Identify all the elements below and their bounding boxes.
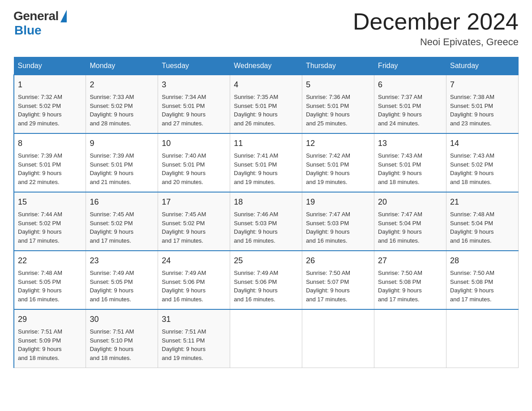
- sunset-info: Sunset: 5:05 PM: [90, 278, 133, 285]
- day-number: 22: [18, 255, 82, 267]
- day-number: 20: [378, 196, 442, 208]
- calendar-cell: 14 Sunrise: 7:43 AM Sunset: 5:02 PM Dayl…: [446, 133, 519, 192]
- daylight-continuation: and 18 minutes.: [378, 179, 420, 185]
- calendar-cell: 17 Sunrise: 7:45 AM Sunset: 5:02 PM Dayl…: [158, 192, 230, 251]
- calendar-cell: 24 Sunrise: 7:49 AM Sunset: 5:06 PM Dayl…: [158, 251, 230, 309]
- daylight-continuation: and 16 minutes.: [306, 237, 348, 244]
- sunset-info: Sunset: 5:02 PM: [162, 220, 205, 227]
- sunrise-info: Sunrise: 7:47 AM: [306, 211, 350, 218]
- day-number: 16: [90, 196, 154, 208]
- sunrise-info: Sunrise: 7:33 AM: [90, 94, 134, 100]
- sunset-info: Sunset: 5:02 PM: [90, 220, 133, 227]
- daylight-info: Daylight: 9 hours: [306, 287, 350, 294]
- sunset-info: Sunset: 5:01 PM: [450, 103, 493, 109]
- sunset-info: Sunset: 5:02 PM: [90, 103, 133, 109]
- daylight-continuation: and 16 minutes.: [18, 296, 60, 303]
- daylight-continuation: and 18 minutes.: [18, 355, 60, 361]
- day-number: 27: [378, 255, 442, 267]
- calendar-cell: 26 Sunrise: 7:50 AM Sunset: 5:07 PM Dayl…: [302, 251, 374, 309]
- logo: General Blue: [13, 9, 67, 38]
- sunrise-info: Sunrise: 7:39 AM: [90, 152, 134, 159]
- sunrise-info: Sunrise: 7:38 AM: [450, 94, 494, 100]
- daylight-info: Daylight: 9 hours: [90, 228, 133, 235]
- day-number: 14: [450, 137, 515, 150]
- weekday-header-monday: Monday: [86, 57, 158, 75]
- daylight-info: Daylight: 9 hours: [306, 228, 350, 235]
- calendar-table: SundayMondayTuesdayWednesdayThursdayFrid…: [13, 57, 519, 368]
- day-number: 5: [306, 79, 370, 91]
- calendar-cell: 7 Sunrise: 7:38 AM Sunset: 5:01 PM Dayli…: [446, 75, 519, 133]
- daylight-continuation: and 17 minutes.: [162, 237, 203, 244]
- calendar-cell: 4 Sunrise: 7:35 AM Sunset: 5:01 PM Dayli…: [230, 75, 302, 133]
- daylight-continuation: and 22 minutes.: [18, 179, 60, 185]
- daylight-continuation: and 25 minutes.: [306, 120, 348, 127]
- sunset-info: Sunset: 5:09 PM: [18, 337, 61, 344]
- daylight-info: Daylight: 9 hours: [162, 346, 206, 352]
- sunrise-info: Sunrise: 7:49 AM: [234, 270, 278, 276]
- daylight-info: Daylight: 9 hours: [450, 228, 494, 235]
- sunrise-info: Sunrise: 7:43 AM: [378, 152, 422, 159]
- weekday-header-saturday: Saturday: [446, 57, 519, 75]
- daylight-info: Daylight: 9 hours: [234, 111, 278, 118]
- day-number: 12: [306, 137, 370, 150]
- daylight-continuation: and 16 minutes.: [378, 237, 420, 244]
- daylight-continuation: and 23 minutes.: [450, 120, 492, 127]
- calendar-cell: 27 Sunrise: 7:50 AM Sunset: 5:08 PM Dayl…: [374, 251, 446, 309]
- weekday-header-tuesday: Tuesday: [158, 57, 230, 75]
- daylight-continuation: and 19 minutes.: [162, 355, 203, 361]
- sunrise-info: Sunrise: 7:36 AM: [306, 94, 350, 100]
- calendar-cell: 12 Sunrise: 7:42 AM Sunset: 5:01 PM Dayl…: [302, 133, 374, 192]
- sunrise-info: Sunrise: 7:48 AM: [450, 211, 494, 218]
- daylight-info: Daylight: 9 hours: [18, 170, 62, 176]
- sunset-info: Sunset: 5:01 PM: [234, 103, 277, 109]
- calendar-cell: 23 Sunrise: 7:49 AM Sunset: 5:05 PM Dayl…: [86, 251, 158, 309]
- day-number: 19: [306, 196, 370, 208]
- day-number: 13: [378, 137, 442, 150]
- calendar-cell: 19 Sunrise: 7:47 AM Sunset: 5:03 PM Dayl…: [302, 192, 374, 251]
- sunset-info: Sunset: 5:08 PM: [378, 278, 421, 285]
- title-area: December 2024 Neoi Epivates, Greece: [353, 9, 519, 48]
- sunset-info: Sunset: 5:04 PM: [378, 220, 421, 227]
- logo-general-text: General: [13, 9, 59, 23]
- sunset-info: Sunset: 5:11 PM: [162, 337, 205, 344]
- day-number: 24: [162, 255, 226, 267]
- sunset-info: Sunset: 5:02 PM: [450, 161, 493, 168]
- sunset-info: Sunset: 5:03 PM: [306, 220, 349, 227]
- calendar-week-row: 29 Sunrise: 7:51 AM Sunset: 5:09 PM Dayl…: [14, 309, 519, 368]
- sunset-info: Sunset: 5:01 PM: [306, 103, 349, 109]
- sunrise-info: Sunrise: 7:50 AM: [450, 270, 494, 276]
- calendar-cell: 15 Sunrise: 7:44 AM Sunset: 5:02 PM Dayl…: [14, 192, 86, 251]
- daylight-info: Daylight: 9 hours: [90, 287, 133, 294]
- calendar-cell: 8 Sunrise: 7:39 AM Sunset: 5:01 PM Dayli…: [14, 133, 86, 192]
- daylight-continuation: and 16 minutes.: [450, 237, 492, 244]
- daylight-continuation: and 17 minutes.: [90, 237, 131, 244]
- daylight-continuation: and 26 minutes.: [234, 120, 275, 127]
- daylight-info: Daylight: 9 hours: [450, 170, 494, 176]
- sunrise-info: Sunrise: 7:41 AM: [234, 152, 278, 159]
- page-header: General Blue December 2024 Neoi Epivates…: [13, 9, 519, 48]
- daylight-continuation: and 24 minutes.: [378, 120, 420, 127]
- sunrise-info: Sunrise: 7:50 AM: [378, 270, 422, 276]
- sunset-info: Sunset: 5:05 PM: [18, 278, 61, 285]
- sunset-info: Sunset: 5:04 PM: [450, 220, 493, 227]
- day-number: 29: [18, 313, 82, 325]
- day-number: 31: [162, 313, 226, 325]
- calendar-week-row: 8 Sunrise: 7:39 AM Sunset: 5:01 PM Dayli…: [14, 133, 519, 192]
- daylight-continuation: and 20 minutes.: [162, 179, 203, 185]
- sunrise-info: Sunrise: 7:35 AM: [234, 94, 278, 100]
- day-number: 17: [162, 196, 226, 208]
- sunrise-info: Sunrise: 7:44 AM: [18, 211, 62, 218]
- day-number: 11: [234, 137, 298, 150]
- daylight-continuation: and 17 minutes.: [378, 296, 420, 303]
- day-number: 6: [378, 79, 442, 91]
- sunset-info: Sunset: 5:03 PM: [234, 220, 277, 227]
- calendar-cell: 3 Sunrise: 7:34 AM Sunset: 5:01 PM Dayli…: [158, 75, 230, 133]
- daylight-info: Daylight: 9 hours: [162, 111, 206, 118]
- daylight-continuation: and 29 minutes.: [18, 120, 60, 127]
- calendar-cell: 18 Sunrise: 7:46 AM Sunset: 5:03 PM Dayl…: [230, 192, 302, 251]
- daylight-continuation: and 17 minutes.: [18, 237, 60, 244]
- daylight-info: Daylight: 9 hours: [306, 111, 350, 118]
- daylight-continuation: and 21 minutes.: [90, 179, 131, 185]
- sunset-info: Sunset: 5:02 PM: [18, 103, 61, 109]
- calendar-cell: [230, 309, 302, 368]
